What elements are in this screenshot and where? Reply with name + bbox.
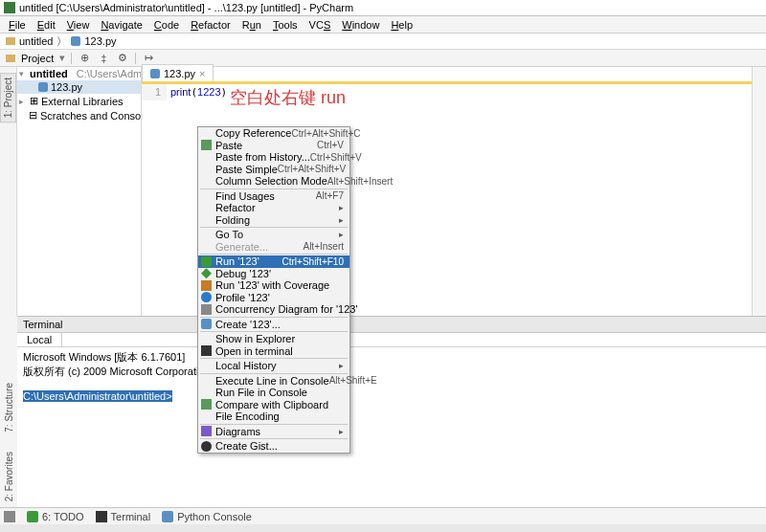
left-bottom-gutter: 7: Structure 2: Favorites [0, 316, 17, 507]
ctx-column-selection[interactable]: Column Selection ModeAlt+Shift+Insert [198, 175, 349, 188]
menu-refactor[interactable]: Refactor [186, 17, 236, 33]
sidebar-tab-project[interactable]: 1: Project [0, 73, 16, 122]
terminal-panel: + × Terminal Local Microsoft Windows [版本… [0, 316, 766, 507]
ctx-run-file-console[interactable]: Run File in Console [198, 387, 349, 399]
ctx-diagrams[interactable]: Diagrams▸ [198, 426, 349, 438]
profile-icon [201, 292, 212, 302]
editor-tabs: 123.py × [142, 67, 766, 84]
python-icon [201, 319, 212, 329]
ctx-generate[interactable]: Generate...Alt+Insert [198, 241, 349, 254]
ctx-concurrency[interactable]: Concurrency Diagram for '123' [198, 303, 349, 316]
ctx-file-encoding[interactable]: File Encoding [198, 410, 349, 423]
terminal-tab-local[interactable]: Local [17, 333, 62, 346]
settings-icon[interactable]: ⊕ [78, 52, 91, 65]
terminal-prompt: C:\Users\Administrator\untitled> [23, 390, 172, 402]
python-file-icon [71, 36, 80, 46]
external-libraries-icon: ⊞ [30, 95, 38, 107]
ctx-create[interactable]: Create '123'... [198, 319, 349, 331]
line-number-gutter: 1 [142, 84, 167, 100]
clipboard-icon [201, 399, 212, 410]
ctx-find-usages[interactable]: Find UsagesAlt+F7 [198, 190, 349, 203]
ctx-compare-clipboard[interactable]: Compare with Clipboard [198, 399, 349, 411]
ctx-run[interactable]: Run '123'Ctrl+Shift+F10 [198, 255, 349, 268]
status-terminal[interactable]: Terminal [96, 511, 151, 522]
ctx-open-terminal[interactable]: Open in terminal [198, 345, 349, 358]
breadcrumb-project[interactable]: untitled [19, 35, 53, 47]
ctx-create-gist[interactable]: Create Gist... [198, 440, 349, 453]
folder-icon [6, 37, 15, 45]
python-file-icon [38, 82, 48, 92]
project-tree[interactable]: ▾untitled C:\Users\Admini 123.py ▸⊞Exter… [17, 67, 142, 316]
project-toolbar: Project ▾ ⊕ ‡ ⚙ ↦ [0, 50, 766, 67]
ctx-paste-simple[interactable]: Paste SimpleCtrl+Alt+Shift+V [198, 164, 349, 176]
tree-root[interactable]: untitled [30, 68, 68, 79]
ctx-paste[interactable]: PasteCtrl+V [198, 140, 349, 152]
project-label[interactable]: Project [21, 53, 54, 64]
gear-icon[interactable]: ⚙ [116, 52, 129, 65]
close-icon[interactable]: × [199, 68, 205, 79]
folder-icon [6, 55, 15, 62]
app-icon [4, 2, 15, 13]
hide-icon[interactable]: ↦ [142, 52, 155, 65]
scratches-icon: ⊟ [29, 109, 37, 122]
coverage-icon [201, 280, 212, 291]
menu-edit[interactable]: Edit [33, 17, 60, 33]
ctx-execute-line[interactable]: Execute Line in ConsoleAlt+Shift+E [198, 375, 349, 388]
sidebar-tab-favorites[interactable]: 2: Favorites [4, 452, 14, 501]
terminal-header[interactable]: Terminal [17, 317, 766, 333]
menu-view[interactable]: View [62, 17, 95, 33]
sidebar-tab-structure[interactable]: 7: Structure [4, 383, 14, 432]
tree-file-123[interactable]: 123.py [17, 80, 141, 94]
debug-icon [201, 268, 212, 278]
code-text[interactable]: print(1223) [167, 84, 231, 100]
status-todo[interactable]: 6: TODO [27, 511, 84, 522]
right-tool-gutter [752, 67, 766, 316]
run-icon [201, 256, 212, 267]
ctx-coverage[interactable]: Run '123' with Coverage [198, 279, 349, 292]
ctx-local-history[interactable]: Local History▸ [198, 360, 349, 372]
menu-navigate[interactable]: Navigate [96, 17, 146, 33]
terminal-output[interactable]: Microsoft Windows [版本 6.1.7601] 版权所有 (c)… [17, 347, 766, 405]
menu-vcs[interactable]: VCS [304, 17, 336, 33]
menu-code[interactable]: Code [149, 17, 184, 33]
menu-window[interactable]: Window [337, 17, 384, 33]
status-bar: 6: TODO Terminal Python Console [0, 507, 766, 524]
menu-tools[interactable]: Tools [268, 17, 303, 33]
concurrency-icon [201, 304, 212, 315]
user-annotation: 空白处右键 run [230, 86, 346, 109]
menu-help[interactable]: Help [386, 17, 417, 33]
menu-run[interactable]: Run [237, 17, 266, 33]
breadcrumb-file[interactable]: 123.py [84, 35, 116, 47]
ctx-goto[interactable]: Go To▸ [198, 229, 349, 241]
python-file-icon [150, 69, 160, 78]
status-python-console[interactable]: Python Console [162, 511, 252, 522]
ctx-paste-history[interactable]: Paste from History...Ctrl+Shift+V [198, 151, 349, 164]
status-show-toolwindows[interactable] [4, 511, 15, 522]
paste-icon [201, 140, 212, 150]
title-bar: untitled [C:\Users\Administrator\untitle… [0, 0, 766, 16]
context-menu[interactable]: Copy ReferenceCtrl+Alt+Shift+C PasteCtrl… [197, 126, 350, 454]
ctx-copy-reference[interactable]: Copy ReferenceCtrl+Alt+Shift+C [198, 127, 349, 140]
breadcrumb-sep: 〉 [56, 34, 67, 49]
menu-bar[interactable]: File Edit View Navigate Code Refactor Ru… [0, 16, 766, 33]
tree-ext-lib[interactable]: External Libraries [41, 96, 124, 107]
tree-scratches[interactable]: Scratches and Consoles [40, 110, 142, 122]
ctx-show-explorer[interactable]: Show in Explorer [198, 333, 349, 345]
breadcrumb: untitled 〉 123.py [0, 33, 766, 50]
window-title: untitled [C:\Users\Administrator\untitle… [19, 2, 353, 13]
terminal-icon [201, 345, 212, 356]
left-tool-gutter: 1: Project [0, 67, 17, 316]
menu-file[interactable]: File [4, 17, 31, 33]
ctx-profile[interactable]: Profile '123' [198, 292, 349, 304]
ctx-debug[interactable]: Debug '123' [198, 268, 349, 280]
collapse-icon[interactable]: ‡ [97, 52, 110, 65]
ctx-refactor[interactable]: Refactor▸ [198, 202, 349, 214]
ctx-folding[interactable]: Folding▸ [198, 214, 349, 227]
editor-tab-123[interactable]: 123.py × [142, 64, 214, 81]
diagram-icon [201, 426, 212, 436]
gist-icon [201, 441, 212, 452]
